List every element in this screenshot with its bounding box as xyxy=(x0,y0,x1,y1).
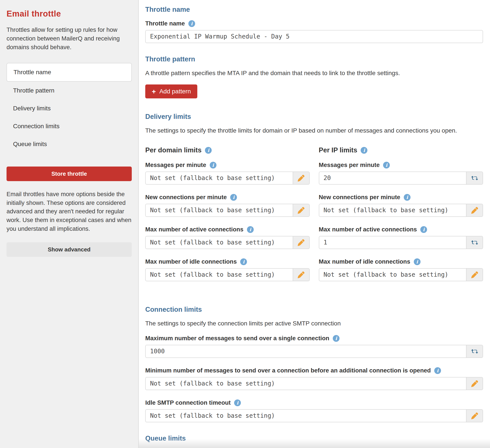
store-throttle-button[interactable]: Store throttle xyxy=(7,166,132,181)
field-label: New connections per minute xyxy=(145,194,227,201)
per-ip-heading: Per IP limits xyxy=(319,146,357,154)
add-pattern-label: Add pattern xyxy=(159,88,191,95)
connection-limits-heading: Connection limits xyxy=(145,306,483,313)
section-delivery-limits: Delivery limits The settings to specify … xyxy=(145,113,483,290)
main-content: Throttle name Throttle name i Throttle p… xyxy=(139,0,490,448)
sidebar-nav: Throttle name Throttle pattern Delivery … xyxy=(7,63,132,153)
info-icon[interactable]: i xyxy=(420,226,427,233)
advanced-note: Email throttles have more options beside… xyxy=(7,190,132,233)
field-value: Not set (fallback to base setting) xyxy=(146,204,293,216)
field-label: Max number of active connections xyxy=(319,226,417,233)
field-value[interactable]: 1000 xyxy=(146,345,466,357)
page-title: Email throttle xyxy=(7,9,132,18)
section-connection-limits: Connection limits The settings to specif… xyxy=(145,306,483,422)
throttle-name-label: Throttle name xyxy=(145,20,185,27)
info-icon[interactable]: i xyxy=(404,194,411,201)
field-value: Not set (fallback to base setting) xyxy=(146,410,466,422)
edit-pencil-icon[interactable] xyxy=(293,172,309,184)
edit-pencil-icon[interactable] xyxy=(293,204,309,216)
field-value: Not set (fallback to base setting) xyxy=(146,236,293,249)
info-icon[interactable]: i xyxy=(383,162,390,169)
field-label: Max number of active connections xyxy=(145,226,244,233)
sidebar-item-throttle-pattern[interactable]: Throttle pattern xyxy=(7,82,132,99)
delivery-limits-columns: Per domain limits i Messages per minute … xyxy=(145,146,483,290)
edit-pencil-icon[interactable] xyxy=(466,269,483,281)
field-value[interactable]: 20 xyxy=(319,172,466,184)
field-domain-max-idle-connections: Max number of idle connections i Not set… xyxy=(145,258,310,281)
info-icon[interactable]: i xyxy=(210,162,217,169)
field-max-messages-single-connection: Maximum number of messages to send over … xyxy=(145,335,483,358)
sidebar-description: Throttles allow for setting up rules for… xyxy=(7,26,132,52)
throttle-pattern-description: A throttle pattern specifies the MTA IP … xyxy=(145,70,483,77)
field-ip-messages-per-minute: Messages per minute i 20 xyxy=(319,162,483,185)
section-throttle-name: Throttle name Throttle name i xyxy=(145,6,483,43)
revert-icon[interactable] xyxy=(466,236,483,249)
field-value: Not set (fallback to base setting) xyxy=(146,172,293,184)
add-pattern-button[interactable]: + Add pattern xyxy=(145,85,197,98)
sidebar: Email throttle Throttles allow for setti… xyxy=(0,0,139,448)
edit-pencil-icon[interactable] xyxy=(466,410,483,422)
connection-limits-description: The settings to specify the connection l… xyxy=(145,320,483,327)
delivery-limits-heading: Delivery limits xyxy=(145,113,483,121)
show-advanced-button[interactable]: Show advanced xyxy=(7,242,132,257)
per-domain-heading: Per domain limits xyxy=(145,146,201,154)
field-domain-messages-per-minute: Messages per minute i Not set (fallback … xyxy=(145,162,310,185)
revert-icon[interactable] xyxy=(466,345,483,357)
field-label: Max number of idle connections xyxy=(319,258,410,265)
field-value: Not set (fallback to base setting) xyxy=(319,204,466,216)
queue-limits-heading: Queue limits xyxy=(145,434,483,442)
field-domain-max-active-connections: Max number of active connections i Not s… xyxy=(145,226,310,249)
plus-icon: + xyxy=(152,88,156,95)
field-min-messages-before-additional: Minimum number of messages to send over … xyxy=(145,367,483,390)
sidebar-item-connection-limits[interactable]: Connection limits xyxy=(7,117,132,135)
field-value[interactable]: 1 xyxy=(319,236,466,249)
info-icon[interactable]: i xyxy=(234,399,241,406)
field-label: Idle SMTP connection timeout xyxy=(145,399,231,406)
field-label: Max number of idle connections xyxy=(145,258,237,265)
sidebar-item-throttle-name[interactable]: Throttle name xyxy=(7,63,132,82)
field-value: Not set (fallback to base setting) xyxy=(146,269,293,281)
edit-pencil-icon[interactable] xyxy=(293,236,309,249)
field-label: Minimum number of messages to send over … xyxy=(145,367,431,374)
throttle-name-input[interactable] xyxy=(146,30,483,43)
delivery-limits-description: The settings to specify the throttle lim… xyxy=(145,127,483,134)
edit-pencil-icon[interactable] xyxy=(466,204,483,216)
edit-pencil-icon[interactable] xyxy=(293,269,309,281)
info-icon[interactable]: i xyxy=(188,20,195,27)
throttle-pattern-heading: Throttle pattern xyxy=(145,55,483,63)
field-label: New connections per minute xyxy=(319,194,400,201)
info-icon[interactable]: i xyxy=(414,258,420,265)
field-label: Messages per minute xyxy=(145,162,206,169)
field-ip-new-connections-per-minute: New connections per minute i Not set (fa… xyxy=(319,194,483,217)
field-ip-max-active-connections: Max number of active connections i 1 xyxy=(319,226,483,249)
info-icon[interactable]: i xyxy=(434,367,441,374)
field-value: Not set (fallback to base setting) xyxy=(319,269,466,281)
field-label: Maximum number of messages to send over … xyxy=(145,335,329,342)
info-icon[interactable]: i xyxy=(205,147,212,154)
info-icon[interactable]: i xyxy=(247,226,254,233)
throttle-name-heading: Throttle name xyxy=(145,6,483,14)
field-value: Not set (fallback to base setting) xyxy=(146,378,466,390)
section-throttle-pattern: Throttle pattern A throttle pattern spec… xyxy=(145,55,483,101)
sidebar-item-queue-limits[interactable]: Queue limits xyxy=(7,135,132,153)
info-icon[interactable]: i xyxy=(230,194,237,201)
field-label: Messages per minute xyxy=(319,162,380,169)
info-icon[interactable]: i xyxy=(361,147,368,154)
per-domain-column: Per domain limits i Messages per minute … xyxy=(145,146,310,290)
edit-pencil-icon[interactable] xyxy=(466,378,483,390)
field-domain-new-connections-per-minute: New connections per minute i Not set (fa… xyxy=(145,194,310,217)
section-queue-limits: Queue limits The settings to specify the… xyxy=(145,434,483,448)
info-icon[interactable]: i xyxy=(333,335,340,342)
revert-icon[interactable] xyxy=(466,172,483,184)
per-ip-column: Per IP limits i Messages per minute i 20 xyxy=(319,146,483,290)
info-icon[interactable]: i xyxy=(240,258,247,265)
field-ip-max-idle-connections: Max number of idle connections i Not set… xyxy=(319,258,483,281)
field-idle-smtp-timeout: Idle SMTP connection timeout i Not set (… xyxy=(145,399,483,422)
sidebar-item-delivery-limits[interactable]: Delivery limits xyxy=(7,99,132,117)
